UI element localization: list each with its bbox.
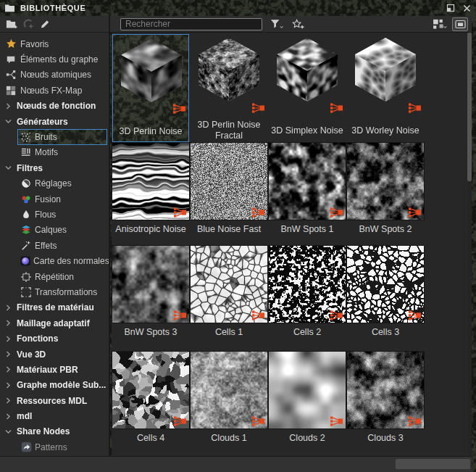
- thumbnail-label: BnW Spots 2: [346, 220, 425, 238]
- sidebar-item-filtres[interactable]: Filtres: [0, 160, 109, 175]
- chevron-right-icon[interactable]: [5, 382, 12, 389]
- library-item-bnw-spots-3[interactable]: BnW Spots 3: [112, 245, 189, 351]
- new-link-icon[interactable]: [23, 19, 34, 29]
- chevron-right-icon[interactable]: [5, 366, 12, 373]
- display-mode-button[interactable]: [452, 17, 468, 31]
- sidebar-item-label: Motifs: [35, 147, 58, 157]
- sidebar-item-label: Favoris: [20, 39, 49, 49]
- sidebar-item-bruits[interactable]: Bruits: [0, 129, 109, 144]
- sidebar-item-label: mdl: [17, 411, 32, 421]
- thumbnail-label: Clouds 1: [189, 429, 269, 447]
- noise-icon: [20, 132, 32, 142]
- sidebar-item-elements-du-graphe[interactable]: Éléments du graphe: [0, 51, 109, 67]
- sidebar-item-noeuds-de-fonction[interactable]: Nœuds de fonction: [0, 99, 109, 114]
- chevron-right-icon[interactable]: [5, 336, 12, 342]
- library-item-3d-worley-noise[interactable]: 3D Worley Noise: [347, 34, 424, 142]
- library-item-clouds-1[interactable]: Clouds 1: [191, 351, 267, 451]
- node-badge-icon: [409, 310, 422, 320]
- node-badge-icon: [252, 310, 265, 320]
- sidebar-item-noeuds-fx-map[interactable]: Nœuds FX-Map: [0, 83, 109, 98]
- sidebar-item-generateurs[interactable]: Générateurs: [0, 114, 109, 129]
- node-badge-icon: [252, 103, 265, 113]
- thumbnail-label: Blue Noise Fast: [189, 220, 269, 238]
- sidebar-item-label: Fonctions: [17, 334, 58, 344]
- thumbnail-label: Cells 4: [112, 429, 191, 447]
- horizontal-scrollbar[interactable]: [0, 456, 472, 472]
- new-folder-icon[interactable]: [6, 19, 17, 29]
- sidebar-item-filtres-de-materiau[interactable]: Filtres de matériau: [0, 300, 109, 315]
- sidebar-item-label: Nœuds FX-Map: [20, 86, 82, 96]
- chevron-right-icon[interactable]: [5, 351, 12, 357]
- thumbnail-label: BnW Spots 3: [112, 323, 191, 341]
- sidebar-item-flous[interactable]: Flous: [0, 207, 109, 222]
- sidebar-item-favoris[interactable]: Favoris: [0, 36, 109, 51]
- library-item-anisotropic-noise[interactable]: Anisotropic Noise: [112, 142, 189, 245]
- vertical-scrollbar-thumb[interactable]: [467, 33, 472, 181]
- thumbnail-size-icon[interactable]: [433, 18, 448, 30]
- library-item-3d-perlin-noise[interactable]: 3D Perlin Noise: [112, 34, 189, 142]
- library-item-cells-1[interactable]: Cells 1: [191, 245, 267, 351]
- thumbnail-label: 3D Worley Noise: [346, 118, 425, 143]
- star-add-icon[interactable]: [292, 19, 305, 30]
- library-item-bnw-spots-2[interactable]: BnW Spots 2: [347, 142, 424, 245]
- search-input[interactable]: [120, 18, 262, 30]
- library-item-clouds-3[interactable]: Clouds 3: [347, 351, 424, 451]
- chevron-down-icon[interactable]: [5, 428, 12, 435]
- sidebar-item-fonctions[interactable]: Fonctions: [0, 331, 109, 346]
- sidebar-item-label: Nœuds de fonction: [17, 101, 96, 111]
- thumbnail-label: 3D Perlin Noise Fractal: [189, 118, 269, 143]
- library-item-cells-3[interactable]: Cells 3: [347, 245, 424, 351]
- sidebar-item-ressources-mdl[interactable]: Ressources MDL: [0, 393, 109, 408]
- vertical-scrollbar[interactable]: [467, 33, 472, 456]
- sidebar-item-maillage-adaptatif[interactable]: Maillage adaptatif: [0, 315, 109, 331]
- library-item-3d-perlin-noise-fractal[interactable]: 3D Perlin Noise Fractal: [191, 34, 267, 142]
- library-item-bnw-spots-1[interactable]: BnW Spots 1: [269, 142, 346, 245]
- sidebar-item-motifs[interactable]: Motifs: [0, 145, 109, 160]
- library-item-blue-noise-fast[interactable]: Blue Noise Fast: [191, 142, 267, 245]
- chevron-right-icon[interactable]: [5, 305, 12, 311]
- sidebar-item-fusion[interactable]: Fusion: [0, 191, 109, 207]
- node-badge-icon: [409, 207, 422, 218]
- float-panel-icon[interactable]: [444, 2, 457, 14]
- share-icon: [20, 442, 32, 452]
- sidebar-item-noeuds-atomiques[interactable]: Nœuds atomiques: [0, 67, 109, 83]
- sidebar-item-materiaux-pbr[interactable]: Matériaux PBR: [0, 362, 109, 377]
- chevron-right-icon[interactable]: [5, 103, 12, 109]
- chevron-down-icon[interactable]: [5, 118, 12, 125]
- chevron-right-icon[interactable]: [5, 320, 12, 326]
- sidebar-item-patterns[interactable]: Patterns: [0, 439, 109, 455]
- sidebar-item-calques[interactable]: Calques: [0, 223, 109, 238]
- chevron-right-icon[interactable]: [5, 413, 12, 420]
- sidebar-item-label: Fusion: [35, 194, 61, 204]
- library-item-clouds-2[interactable]: Clouds 2: [269, 351, 346, 451]
- sidebar-item-share-nodes[interactable]: Share Nodes: [0, 424, 109, 439]
- sidebar-item-effets[interactable]: Effets: [0, 238, 109, 253]
- sidebar-item-reglages[interactable]: Réglages: [0, 176, 109, 191]
- chevron-right-icon[interactable]: [5, 397, 12, 404]
- sidebar-item-label: Générateurs: [17, 117, 68, 127]
- sidebar-item-transformations[interactable]: Transformations: [0, 284, 109, 299]
- sidebar-item-vue-3d[interactable]: Vue 3D: [0, 347, 109, 362]
- adjustments-icon: [20, 178, 32, 189]
- thumbnail-label: Cells 3: [346, 323, 425, 341]
- node-badge-icon: [252, 416, 265, 426]
- sidebar-item-label: Graphe modèle Sub...: [17, 380, 106, 390]
- sidebar-item-label: Patterns: [35, 442, 67, 452]
- close-icon[interactable]: [460, 2, 473, 14]
- library-item-3d-simplex-noise[interactable]: 3D Simplex Noise: [269, 34, 346, 142]
- chevron-down-icon[interactable]: [5, 165, 12, 171]
- thumbnail-label: 3D Perlin Noise: [112, 119, 190, 144]
- library-item-cells-4[interactable]: Cells 4: [112, 351, 189, 451]
- sidebar-item-label: Transformations: [35, 287, 97, 297]
- sidebar-item-repetition[interactable]: Répétition: [0, 269, 109, 284]
- sidebar-item-mdl[interactable]: mdl: [0, 408, 109, 423]
- sidebar-item-carte-des-normales[interactable]: Carte des normales: [0, 253, 109, 268]
- thumbnail-label: Clouds 3: [346, 429, 425, 447]
- filter-icon[interactable]: [270, 19, 284, 30]
- sidebar-item-label: Calques: [35, 225, 67, 235]
- sidebar-item-label: Carte des normales: [33, 256, 109, 266]
- edit-icon[interactable]: [40, 19, 50, 29]
- library-item-cells-2[interactable]: Cells 2: [269, 245, 346, 351]
- sidebar-item-graphe-modele-sub[interactable]: Graphe modèle Sub...: [0, 378, 109, 393]
- horizontal-scrollbar-thumb[interactable]: [396, 459, 470, 469]
